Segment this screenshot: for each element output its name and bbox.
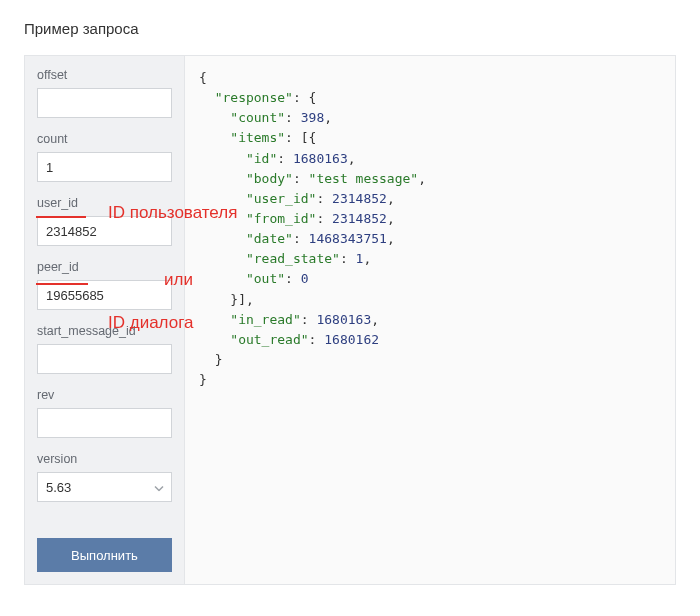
label-offset: offset: [37, 68, 172, 82]
input-rev[interactable]: [37, 408, 172, 438]
params-sidebar: offset count user_id peer_id start_messa…: [25, 56, 185, 584]
label-version: version: [37, 452, 172, 466]
input-peer-id[interactable]: [37, 280, 172, 310]
field-count: count: [37, 132, 172, 182]
label-start-message-id: start_message_id: [37, 324, 172, 338]
field-version: version: [37, 452, 172, 502]
response-viewer: { "response": { "count": 398, "items": […: [185, 56, 675, 584]
input-user-id[interactable]: [37, 216, 172, 246]
field-start-message-id: start_message_id: [37, 324, 172, 374]
input-start-message-id[interactable]: [37, 344, 172, 374]
input-offset[interactable]: [37, 88, 172, 118]
field-peer-id: peer_id: [37, 260, 172, 310]
execute-button[interactable]: Выполнить: [37, 538, 172, 572]
field-rev: rev: [37, 388, 172, 438]
field-user-id: user_id: [37, 196, 172, 246]
select-version[interactable]: [37, 472, 172, 502]
select-version-wrap: [37, 472, 172, 502]
request-panel: offset count user_id peer_id start_messa…: [24, 55, 676, 585]
label-user-id: user_id: [37, 196, 172, 210]
label-rev: rev: [37, 388, 172, 402]
input-count[interactable]: [37, 152, 172, 182]
page-title: Пример запроса: [24, 20, 676, 37]
label-count: count: [37, 132, 172, 146]
field-offset: offset: [37, 68, 172, 118]
label-peer-id: peer_id: [37, 260, 172, 274]
